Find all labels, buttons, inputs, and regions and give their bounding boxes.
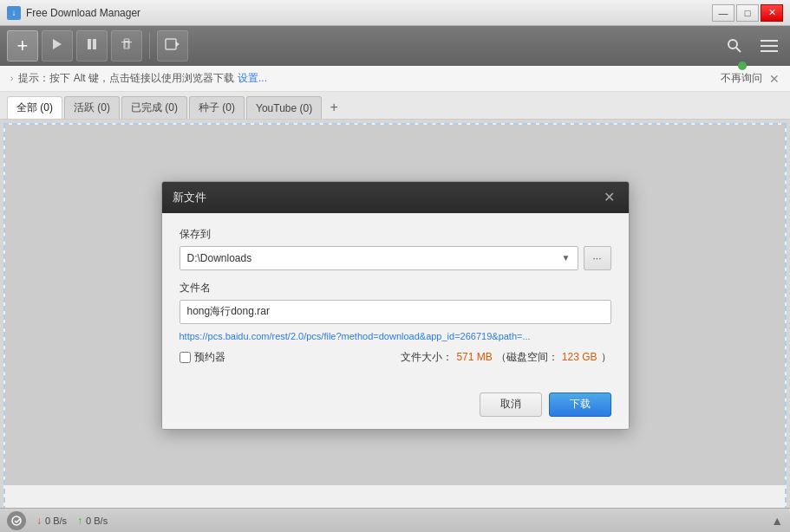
- app-icon: ↓: [7, 6, 21, 20]
- play-button[interactable]: [42, 30, 73, 62]
- search-button[interactable]: [721, 32, 748, 60]
- down-arrow-icon: ↓: [36, 515, 42, 527]
- dialog-body: 保存到 D:\Downloads ▼ ··· 文件名 https://pcs.b…: [162, 213, 629, 384]
- dropdown-arrow-icon: ▼: [562, 253, 571, 263]
- download-speed-value: 0 B/s: [45, 516, 67, 526]
- cancel-button[interactable]: 取消: [480, 393, 542, 417]
- upload-speed-value: 0 B/s: [86, 516, 108, 526]
- dialog-close-button[interactable]: ✕: [601, 189, 618, 206]
- status-icon: [7, 511, 26, 530]
- scheduler-row: 预约器 文件大小： 571 MB （磁盘空间： 123 GB ）: [180, 350, 611, 365]
- new-file-dialog: 新文件 ✕ 保存到 D:\Downloads ▼ ··· 文件名: [161, 181, 630, 430]
- close-notice-button[interactable]: ✕: [769, 72, 780, 86]
- menu-button[interactable]: [755, 32, 783, 60]
- no-ask-button[interactable]: 不再询问: [721, 71, 762, 86]
- add-tab-button[interactable]: +: [323, 98, 344, 117]
- video-icon: [165, 38, 180, 54]
- notice-bar: › 提示：按下 Alt 键，点击链接以使用浏览器下载 设置... 不再询问 ✕: [0, 66, 790, 92]
- svg-rect-10: [761, 45, 778, 47]
- toolbar-right: [721, 32, 783, 60]
- tab-youtube[interactable]: YouTube (0): [246, 96, 322, 119]
- trash-icon: [120, 37, 134, 55]
- expand-button[interactable]: ▲: [771, 514, 783, 528]
- svg-rect-9: [761, 40, 778, 42]
- browse-button[interactable]: ···: [584, 246, 611, 270]
- svg-rect-11: [761, 50, 778, 52]
- add-icon: +: [17, 35, 29, 57]
- close-window-button[interactable]: ✕: [761, 4, 783, 22]
- up-arrow-icon: ↑: [77, 515, 82, 527]
- title-bar: ↓ Free Download Manager — □ ✕: [0, 0, 790, 26]
- notice-arrow-icon: ›: [10, 74, 13, 83]
- scheduler-checkbox-item: 预约器: [180, 350, 225, 365]
- minimize-button[interactable]: —: [712, 4, 735, 22]
- svg-rect-2: [93, 39, 96, 49]
- pause-button[interactable]: [76, 30, 108, 62]
- tab-completed[interactable]: 已完成 (0): [121, 96, 187, 119]
- app-title: Free Download Manager: [26, 7, 712, 19]
- download-url[interactable]: https://pcs.baidu.com/rest/2.0/pcs/file?…: [180, 331, 611, 341]
- download-button[interactable]: 下载: [549, 393, 611, 417]
- notice-text: 提示：按下 Alt 键，点击链接以使用浏览器下载: [18, 71, 234, 86]
- svg-marker-0: [53, 39, 62, 49]
- filename-label: 文件名: [180, 281, 611, 295]
- scheduler-label: 预约器: [194, 350, 225, 365]
- tab-torrent[interactable]: 种子 (0): [189, 96, 245, 119]
- tab-all[interactable]: 全部 (0): [7, 96, 62, 119]
- play-icon: [50, 37, 64, 55]
- save-to-row: D:\Downloads ▼ ···: [180, 246, 611, 270]
- maximize-button[interactable]: □: [736, 4, 759, 22]
- file-info: 文件大小： 571 MB （磁盘空间： 123 GB ）: [401, 350, 610, 365]
- svg-marker-6: [176, 42, 180, 47]
- filesize-label: 文件大小：: [401, 350, 453, 365]
- upload-speed: ↑ 0 B/s: [77, 515, 108, 527]
- svg-rect-5: [166, 39, 176, 49]
- diskspace-close: ）: [601, 350, 611, 365]
- toolbar: +: [0, 26, 790, 66]
- tabs-bar: 全部 (0) 活跃 (0) 已完成 (0) 种子 (0) YouTube (0)…: [0, 92, 790, 120]
- save-to-path: D:\Downloads: [187, 252, 252, 264]
- pause-icon: [85, 37, 99, 55]
- tab-active[interactable]: 活跃 (0): [64, 96, 120, 119]
- main-content-area: 新文件 ✕ 保存到 D:\Downloads ▼ ··· 文件名: [3, 123, 787, 511]
- video-button[interactable]: [157, 30, 188, 62]
- svg-rect-1: [88, 39, 91, 49]
- svg-line-8: [736, 48, 741, 52]
- scheduler-checkbox[interactable]: [180, 352, 191, 363]
- diskspace-label: （磁盘空间：: [496, 350, 558, 365]
- svg-point-7: [728, 40, 737, 49]
- download-speed: ↓ 0 B/s: [36, 515, 67, 527]
- svg-point-12: [12, 516, 21, 525]
- add-download-button[interactable]: +: [7, 30, 38, 62]
- status-bar: ↓ 0 B/s ↑ 0 B/s ▲: [0, 508, 790, 532]
- dialog-title-bar: 新文件 ✕: [162, 182, 629, 213]
- toolbar-separator: [149, 33, 150, 59]
- diskspace-value: 123 GB: [562, 351, 597, 363]
- dialog-footer: 取消 下载: [162, 384, 629, 429]
- filename-input[interactable]: [180, 300, 611, 324]
- dialog-title: 新文件: [173, 190, 601, 205]
- window-controls: — □ ✕: [712, 4, 783, 22]
- svg-rect-4: [124, 39, 129, 42]
- delete-button[interactable]: [111, 30, 142, 62]
- save-to-label: 保存到: [180, 227, 611, 242]
- status-indicator: [738, 62, 747, 70]
- modal-overlay: 新文件 ✕ 保存到 D:\Downloads ▼ ··· 文件名: [5, 125, 785, 485]
- filesize-value: 571 MB: [456, 351, 492, 363]
- settings-link[interactable]: 设置...: [238, 71, 267, 86]
- notice-actions: 不再询问 ✕: [721, 71, 780, 86]
- save-to-select[interactable]: D:\Downloads ▼: [180, 246, 578, 270]
